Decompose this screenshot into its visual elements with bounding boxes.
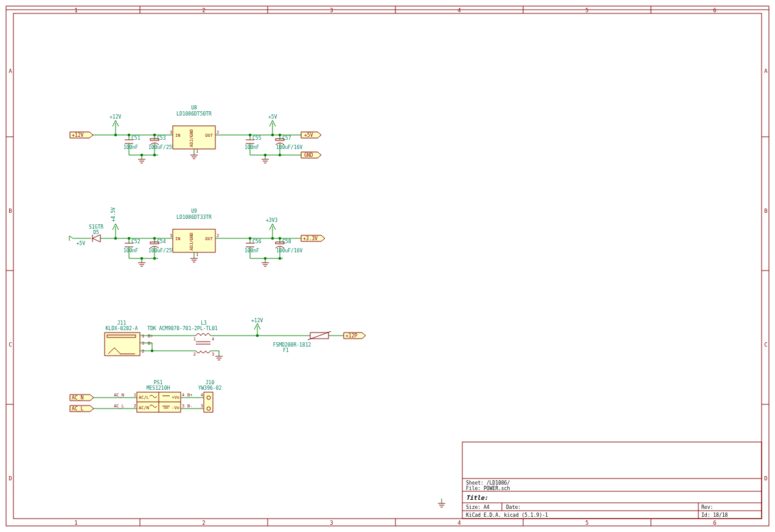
cap-c53: C53 100uF/25V (148, 135, 175, 155)
svg-text:100uF/16V: 100uF/16V (276, 248, 303, 254)
svg-text:3: 3 (170, 233, 172, 238)
svg-text:C55: C55 (252, 136, 262, 141)
svg-text:100nF: 100nF (245, 248, 259, 254)
svg-text:C54: C54 (157, 239, 166, 244)
svg-text:AC_N: AC_N (114, 393, 124, 398)
cap-c56: C56 100nF (245, 238, 262, 258)
svg-text:2: 2 (202, 7, 205, 13)
svg-text:3: 3 (182, 404, 184, 409)
svg-text:1: 1 (193, 337, 196, 342)
svg-text:L3: L3 (201, 320, 207, 326)
svg-text:+3.3V: +3.3V (303, 236, 318, 241)
svg-text:100uF/25V: 100uF/25V (148, 248, 175, 254)
cap-c54: C54 100uF/25V (148, 238, 175, 258)
svg-text:S1GTR: S1GTR (89, 224, 103, 230)
svg-text:5: 5 (585, 7, 588, 13)
svg-text:5: 5 (585, 520, 588, 526)
svg-text:3: 3 (330, 7, 333, 13)
svg-text:C52: C52 (131, 239, 141, 244)
svg-point-116 (279, 154, 281, 156)
svg-text:Date:: Date: (506, 505, 521, 510)
reg-u9: U9 LD1086DT33TR IN OUT 3 2 ADJ/GND 1 (170, 209, 219, 262)
svg-text:Size: A4: Size: A4 (466, 505, 490, 510)
svg-text:+4.5V: +4.5V (111, 207, 116, 222)
svg-text:A: A (9, 68, 12, 74)
svg-text:C: C (764, 342, 767, 348)
svg-text:C: C (9, 342, 12, 348)
svg-rect-0 (6, 6, 769, 526)
svg-text:2: 2 (142, 349, 144, 354)
svg-text:IN: IN (175, 133, 180, 138)
svg-text:A: A (764, 68, 768, 74)
cap-c55: C55 100nF (245, 135, 262, 155)
page-frame: 1 2 3 4 5 6 1 2 3 4 5 6 AA BB CC DD (6, 6, 769, 526)
cap-c52: C52 100nF (123, 238, 141, 258)
svg-rect-262 (204, 392, 213, 412)
svg-text:OUT: OUT (205, 237, 213, 241)
svg-text:3: 3 (212, 352, 214, 357)
svg-text:AC_N: AC_N (72, 395, 83, 401)
svg-text:B+: B+ (187, 393, 192, 398)
svg-text:1: 1 (74, 520, 77, 526)
svg-point-79 (153, 154, 156, 156)
svg-text:TDK ACM9070-701-2PL-TL01: TDK ACM9070-701-2PL-TL01 (147, 326, 218, 331)
power-5v: +5V (268, 114, 277, 135)
svg-text:D: D (764, 475, 767, 482)
regulator-block-5v: +12V +12V C51 100nF C53 100uF/25V U8 LD1… (70, 105, 321, 163)
svg-text:2: 2 (134, 404, 136, 409)
svg-text:C57: C57 (282, 136, 291, 141)
netlabel-12v-in: +12V (70, 132, 93, 138)
svg-text:1: 1 (74, 7, 77, 13)
svg-text:+Vo: +Vo (172, 395, 179, 400)
diode-d5: S1GTR D5 (89, 224, 103, 242)
svg-text:100nF: 100nF (123, 248, 138, 254)
cap-c51: C51 100nF (123, 135, 141, 155)
svg-text:U8: U8 (191, 105, 197, 111)
svg-text:LD1086DT33TR: LD1086DT33TR (176, 215, 212, 220)
svg-text:Title:: Title: (466, 494, 488, 501)
svg-text:100nF: 100nF (123, 145, 138, 150)
reg-u8: U8 LD1086DT50TR IN OUT 3 2 ADJ/GND 1 (170, 105, 219, 159)
fuse-f1: FSMD200R-1812 F1 (273, 331, 331, 353)
svg-text:C58: C58 (282, 239, 291, 244)
svg-text:3: 3 (170, 130, 172, 135)
svg-text:6: 6 (713, 520, 716, 526)
svg-text:D: D (9, 475, 12, 482)
svg-text:2: 2 (193, 352, 196, 357)
svg-text:Sheet: /LD1086/: Sheet: /LD1086/ (466, 480, 510, 486)
svg-text:+12V: +12V (109, 114, 121, 120)
svg-text:1: 1 (142, 334, 144, 339)
svg-text:F1: F1 (283, 348, 289, 353)
svg-text:J10: J10 (206, 380, 215, 385)
svg-text:YW396-02: YW396-02 (198, 385, 222, 391)
power-12v: +12V (109, 114, 121, 135)
svg-text:D5: D5 (93, 230, 99, 235)
gnd-symbol (438, 499, 445, 507)
cap-c57: C57 100uF/16V (276, 135, 303, 155)
svg-text:1: 1 (196, 149, 198, 154)
svg-text:3: 3 (330, 520, 333, 526)
svg-text:Rev:: Rev: (701, 505, 713, 510)
svg-text:4: 4 (457, 520, 460, 526)
svg-text:4: 4 (457, 7, 460, 13)
svg-point-207 (151, 350, 153, 352)
svg-text:B: B (9, 208, 12, 214)
svg-text:6: 6 (713, 7, 716, 13)
svg-text:4: 4 (201, 393, 203, 398)
svg-text:AC_L: AC_L (72, 406, 83, 412)
svg-text:OUT: OUT (205, 133, 213, 138)
svg-text:2: 2 (217, 233, 219, 238)
svg-text:+5V: +5V (268, 114, 277, 120)
svg-text:U9: U9 (191, 209, 197, 214)
svg-rect-1 (13, 13, 762, 519)
svg-text:C51: C51 (131, 136, 141, 141)
svg-text:AC_L: AC_L (114, 404, 124, 409)
svg-text:+5V: +5V (304, 133, 313, 138)
svg-point-187 (279, 257, 281, 260)
svg-text:KiCad E.D.A.  kicad (5.1.9)-1: KiCad E.D.A. kicad (5.1.9)-1 (466, 513, 548, 518)
svg-text:3: 3 (201, 404, 203, 409)
svg-text:4: 4 (212, 337, 214, 342)
svg-text:FSMD200R-1812: FSMD200R-1812 (273, 342, 311, 348)
svg-point-150 (153, 257, 156, 260)
svg-text:KLDX-0202-A: KLDX-0202-A (106, 326, 138, 331)
